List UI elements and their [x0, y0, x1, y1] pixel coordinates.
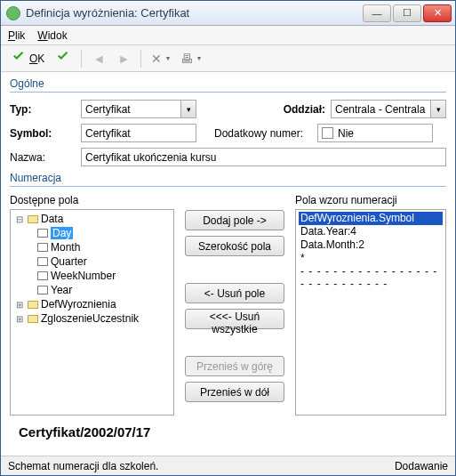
folder-icon — [27, 214, 39, 224]
menubar: Plik Widok — [1, 26, 455, 45]
pattern-label: Pola wzoru numeracji — [295, 194, 446, 206]
titlebar: Definicja wyróżnienia: Certyfikat — ☐ ✕ — [1, 1, 455, 26]
checkbox-icon[interactable] — [322, 127, 333, 139]
tree-node[interactable]: Month — [51, 241, 80, 254]
toolbar: OK ◄ ► ✕▾ 🖶▾ — [1, 45, 455, 72]
typ-value: Certyfikat — [85, 103, 131, 116]
tools-button[interactable]: ✕▾ — [147, 48, 174, 69]
symbol-label: Symbol: — [10, 127, 76, 140]
available-label: Dostępne pola — [10, 194, 174, 206]
chevron-down-icon: ▾ — [166, 54, 170, 62]
dodnum-field[interactable]: Nie — [317, 124, 433, 142]
chevron-down-icon: ▾ — [197, 54, 201, 62]
field-width-button[interactable]: Szerokość pola — [185, 236, 284, 256]
remove-field-button[interactable]: <- Usuń pole — [185, 283, 284, 303]
nazwa-input[interactable] — [81, 148, 446, 166]
tree-node[interactable]: Year — [51, 284, 72, 296]
move-up-button[interactable]: Przenieś w górę — [185, 356, 284, 376]
leaf-icon — [36, 242, 49, 253]
dodnum-value: Nie — [338, 127, 354, 140]
folder-icon — [27, 299, 39, 310]
app-icon — [6, 6, 20, 20]
preview-text: Certyfikat/2002/07/17 — [19, 424, 446, 440]
section-numeracja-label: Numeracja — [10, 172, 446, 184]
move-down-button[interactable]: Przenieś w dół — [185, 382, 284, 402]
arrow-right-icon: ► — [117, 52, 130, 66]
available-tree[interactable]: ⊟Data Day Month Quarter WeekNumber Year … — [10, 209, 174, 415]
list-item[interactable]: DefWyroznienia.Symbol — [299, 212, 443, 225]
oddzial-label: Oddział: — [284, 103, 325, 116]
menu-plik[interactable]: Plik — [8, 29, 25, 42]
tree-node[interactable]: WeekNumber — [51, 270, 116, 282]
tree-node[interactable]: Data — [41, 213, 63, 225]
section-ogolne-label: Ogólne — [10, 77, 446, 90]
arrow-left-icon: ◄ — [92, 52, 105, 66]
tree-node[interactable]: Quarter — [51, 255, 87, 268]
list-item[interactable]: * — [299, 252, 443, 265]
list-separator: - - - - - - - - - - - - - - - - - - - - … — [299, 265, 443, 278]
tree-node[interactable]: Day — [51, 227, 73, 239]
tree-node[interactable]: DefWyroznienia — [41, 298, 116, 311]
oddzial-value: Centrala - Centrala — [335, 103, 425, 116]
add-field-button[interactable]: Dodaj pole -> — [185, 210, 284, 230]
oddzial-combo[interactable]: Centrala - Centrala ▾ — [331, 100, 446, 118]
remove-all-button[interactable]: <<<- Usuń wszystkie — [185, 309, 284, 329]
dodnum-label: Dodatkowy numer: — [214, 127, 312, 140]
status-right: Dodawanie — [395, 460, 448, 472]
typ-label: Typ: — [10, 103, 76, 116]
ok-button[interactable]: OK — [6, 48, 49, 69]
print-icon: 🖶 — [180, 52, 193, 66]
nav-fwd-button[interactable]: ► — [112, 48, 135, 69]
expander-icon[interactable]: ⊞ — [13, 300, 25, 310]
leaf-icon — [36, 285, 49, 295]
leaf-icon — [36, 270, 49, 281]
window-title: Definicja wyróżnienia: Certyfikat — [26, 6, 361, 20]
statusbar: Schemat numeracji dla szkoleń. Dodawanie — [1, 456, 455, 475]
expander-icon[interactable]: ⊞ — [13, 314, 25, 324]
nav-back-button[interactable]: ◄ — [87, 48, 110, 69]
print-button[interactable]: 🖶▾ — [176, 48, 205, 69]
check-icon — [11, 49, 27, 68]
nazwa-label: Nazwa: — [10, 151, 76, 164]
chevron-down-icon: ▾ — [430, 101, 445, 117]
menu-widok[interactable]: Widok — [37, 29, 67, 42]
typ-combo[interactable]: Certyfikat ▾ — [81, 100, 196, 118]
list-item[interactable]: Data.Month:2 — [299, 238, 443, 252]
chevron-down-icon: ▾ — [180, 101, 196, 117]
tree-node[interactable]: ZgloszenieUczestnik — [41, 312, 139, 325]
minimize-button[interactable]: — — [363, 4, 391, 22]
close-button[interactable]: ✕ — [423, 4, 452, 22]
tools-icon: ✕ — [151, 52, 162, 66]
leaf-icon — [36, 228, 49, 238]
list-item[interactable]: Data.Year:4 — [299, 225, 443, 238]
window: Definicja wyróżnienia: Certyfikat — ☐ ✕ … — [0, 0, 456, 476]
maximize-button[interactable]: ☐ — [393, 4, 421, 22]
expander-icon[interactable]: ⊟ — [13, 214, 25, 224]
symbol-input[interactable] — [81, 124, 196, 142]
status-left: Schemat numeracji dla szkoleń. — [8, 460, 158, 472]
apply-button[interactable] — [51, 48, 76, 69]
check-icon — [55, 49, 71, 68]
folder-icon — [27, 313, 39, 324]
leaf-icon — [36, 256, 49, 267]
pattern-list[interactable]: DefWyroznienia.Symbol Data.Year:4 Data.M… — [295, 209, 446, 415]
